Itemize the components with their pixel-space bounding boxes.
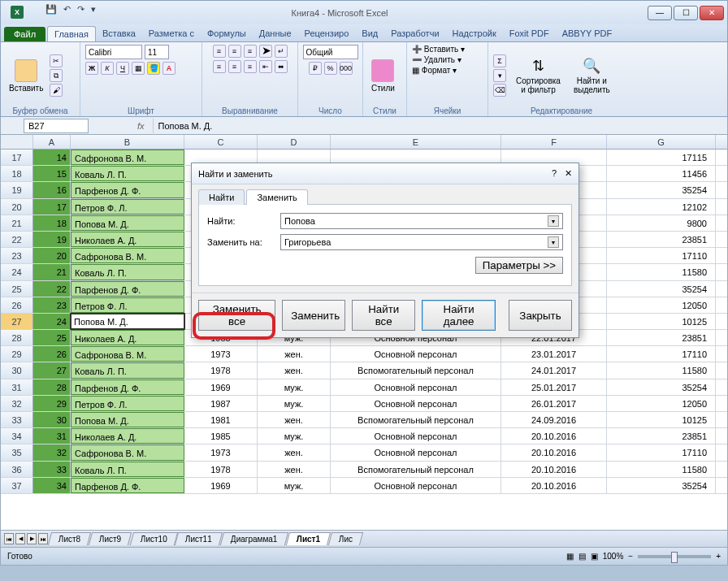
border-button[interactable]: ▦: [132, 62, 145, 75]
cell[interactable]: Сафронова В. М.: [71, 444, 184, 460]
align-left-icon[interactable]: ≡: [213, 60, 226, 73]
ribbon-tab[interactable]: ABBYY PDF: [556, 26, 619, 41]
cell[interactable]: 11456: [607, 166, 716, 181]
sheet-tab[interactable]: Лист11: [175, 532, 223, 545]
cell[interactable]: муж.: [258, 379, 331, 395]
table-row[interactable]: 3633Коваль Л. П.1978жен.Вспомогательный …: [1, 462, 727, 478]
ribbon-tab[interactable]: Формулы: [201, 26, 253, 41]
cell[interactable]: Парфенов Д. Ф.: [71, 182, 184, 197]
row-header[interactable]: 33: [1, 412, 33, 427]
cell[interactable]: жен.: [258, 462, 331, 477]
row-header[interactable]: 24: [1, 264, 33, 280]
cell[interactable]: Петров Ф. Л.: [71, 199, 184, 215]
bold-button[interactable]: Ж: [85, 62, 98, 75]
merge-icon[interactable]: ⬌: [275, 60, 288, 73]
cell[interactable]: муж.: [258, 396, 331, 411]
redo-icon[interactable]: ↷: [77, 4, 84, 15]
table-row[interactable]: 3128Парфенов Д. Ф.1969муж.Основной персо…: [1, 379, 727, 396]
cell[interactable]: 25.01.2017: [501, 379, 607, 395]
cell[interactable]: 28: [33, 379, 71, 395]
orientation-icon[interactable]: ↗: [259, 45, 272, 58]
cell[interactable]: Основной персонал: [331, 379, 501, 395]
ribbon-tab[interactable]: Главная: [47, 26, 96, 41]
row-header[interactable]: 36: [1, 462, 33, 477]
align-right-icon[interactable]: ≡: [244, 60, 257, 73]
align-center-icon[interactable]: ≡: [228, 60, 241, 73]
cell[interactable]: Коваль Л. П.: [71, 462, 184, 477]
sheet-tab[interactable]: Лист1: [286, 532, 331, 545]
cell[interactable]: 12102: [607, 199, 716, 215]
row-header[interactable]: 32: [1, 396, 33, 411]
indent-dec-icon[interactable]: ⇤: [259, 60, 272, 73]
dropdown-icon[interactable]: ▼: [548, 215, 559, 227]
cell[interactable]: 35254: [607, 379, 716, 395]
row-header[interactable]: 37: [1, 478, 33, 493]
qat-more-icon[interactable]: ▾: [91, 4, 96, 15]
view-break-icon[interactable]: ▣: [591, 552, 598, 561]
cell[interactable]: 17115: [607, 150, 716, 165]
minimize-button[interactable]: —: [648, 6, 672, 20]
cell[interactable]: Николаев А. Д.: [71, 232, 184, 247]
cell[interactable]: 34: [33, 478, 71, 493]
formula-input[interactable]: Попова М. Д.: [153, 119, 727, 133]
cell[interactable]: Николаев А. Д.: [71, 330, 184, 345]
find-all-button[interactable]: Найти все: [352, 300, 415, 331]
cell[interactable]: Основной персонал: [331, 396, 501, 411]
table-row[interactable]: 3229Петров Ф. Л.1987муж.Основной персона…: [1, 396, 727, 412]
table-row[interactable]: 3431Николаев А. Д.1985муж.Основной персо…: [1, 428, 727, 444]
italic-button[interactable]: К: [101, 62, 114, 75]
font-name-select[interactable]: Calibri: [85, 45, 142, 59]
copy-icon[interactable]: ⧉: [50, 69, 63, 82]
cut-icon[interactable]: ✂: [50, 54, 63, 67]
table-row[interactable]: 2926Сафронова В. М.1973жен.Основной перс…: [1, 346, 727, 362]
cell[interactable]: Парфенов Д. Ф.: [71, 379, 184, 395]
table-row[interactable]: 3532Сафронова В. М.1973жен.Основной перс…: [1, 444, 727, 461]
find-select-button[interactable]: 🔍 Найти и выделить: [570, 55, 613, 96]
sheet-tab[interactable]: Диаграмма1: [220, 532, 288, 545]
name-box[interactable]: B27: [24, 119, 89, 133]
row-header[interactable]: 19: [1, 182, 33, 197]
cell[interactable]: Коваль Л. П.: [71, 362, 184, 378]
cell[interactable]: 17110: [607, 346, 716, 362]
cell[interactable]: 20.10.2016: [501, 444, 607, 460]
ribbon-tab[interactable]: Foxit PDF: [503, 26, 556, 41]
cell[interactable]: Вспомогательный персонал: [331, 362, 501, 378]
cell[interactable]: 10125: [607, 314, 716, 329]
cell[interactable]: 20: [33, 248, 71, 263]
dialog-titlebar[interactable]: Найти и заменить ? ✕: [192, 163, 578, 184]
cells-delete-button[interactable]: ➖ Удалить ▾: [412, 55, 462, 64]
format-painter-icon[interactable]: 🖌: [50, 84, 63, 97]
row-header[interactable]: 29: [1, 346, 33, 362]
row-header[interactable]: 21: [1, 215, 33, 231]
sheet-tab[interactable]: Лист9: [89, 532, 132, 545]
col-header-e[interactable]: E: [331, 135, 501, 149]
find-input[interactable]: Попова ▼: [280, 213, 563, 229]
cell[interactable]: 17110: [607, 248, 716, 263]
cell[interactable]: Вспомогательный персонал: [331, 412, 501, 427]
row-header[interactable]: 18: [1, 166, 33, 181]
cell[interactable]: 12050: [607, 396, 716, 411]
col-header-d[interactable]: D: [258, 135, 331, 149]
cell[interactable]: 1978: [184, 362, 258, 378]
cell[interactable]: 26.01.2017: [501, 396, 607, 411]
cell[interactable]: Сафронова В. М.: [71, 248, 184, 263]
align-bottom-icon[interactable]: ≡: [244, 45, 257, 58]
autosum-icon[interactable]: Σ: [493, 54, 506, 67]
cell[interactable]: 24.01.2017: [501, 362, 607, 378]
underline-button[interactable]: Ч: [116, 62, 129, 75]
row-header[interactable]: 22: [1, 232, 33, 247]
cell[interactable]: 19: [33, 232, 71, 247]
cell[interactable]: 1978: [184, 462, 258, 477]
cell[interactable]: 1985: [184, 428, 258, 444]
cell[interactable]: Вспомогательный персонал: [331, 462, 501, 477]
cell[interactable]: 11580: [607, 362, 716, 378]
cell[interactable]: 26: [33, 346, 71, 362]
row-header[interactable]: 31: [1, 379, 33, 395]
cell[interactable]: Основной персонал: [331, 346, 501, 362]
cell[interactable]: жен.: [258, 362, 331, 378]
ribbon-tab[interactable]: Разметка с: [142, 26, 201, 41]
row-header[interactable]: 34: [1, 428, 33, 444]
replace-all-button[interactable]: Заменить все: [198, 300, 275, 331]
parameters-button[interactable]: Параметры >>: [475, 257, 563, 274]
select-all-corner[interactable]: [1, 135, 33, 149]
